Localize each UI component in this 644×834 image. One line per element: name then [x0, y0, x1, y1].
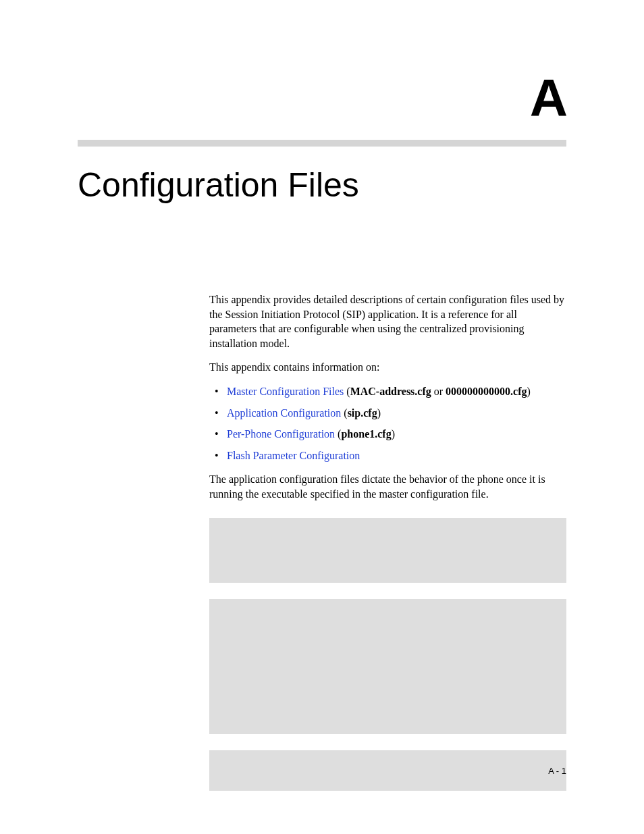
list-item: Application Configuration (sip.cfg) — [209, 406, 566, 421]
appendix-letter: A — [78, 68, 566, 129]
intro-paragraph: This appendix provides detailed descript… — [209, 292, 566, 350]
placeholder-box — [209, 750, 566, 791]
list-item-bold: sip.cfg — [348, 407, 377, 419]
list-item: Per-Phone Configuration (phone1.cfg) — [209, 427, 566, 442]
placeholder-box — [209, 518, 566, 583]
list-item-suffix: ( — [341, 407, 347, 419]
list-item-suffix: ( — [344, 386, 350, 397]
list-item-bold: phone1.cfg — [341, 428, 391, 440]
page-number: A - 1 — [548, 766, 566, 776]
list-item: Flash Parameter Configuration — [209, 448, 566, 463]
list-item-bold: MAC-address.cfg — [350, 386, 431, 397]
link-application-config[interactable]: Application Configuration — [227, 407, 341, 419]
closing-paragraph: The application configuration files dict… — [209, 472, 566, 501]
list-item: Master Configuration Files (MAC-address.… — [209, 384, 566, 399]
page-title: Configuration Files — [78, 165, 566, 205]
list-item-mid: or — [431, 386, 446, 397]
placeholder-box — [209, 599, 566, 734]
body-content: This appendix provides detailed descript… — [209, 292, 566, 791]
link-master-config[interactable]: Master Configuration Files — [227, 386, 344, 397]
link-per-phone-config[interactable]: Per-Phone Configuration — [227, 428, 335, 440]
document-page: A Configuration Files This appendix prov… — [0, 0, 644, 834]
link-flash-parameter-config[interactable]: Flash Parameter Configuration — [227, 450, 360, 461]
list-item-close: ) — [392, 428, 395, 440]
contents-list: Master Configuration Files (MAC-address.… — [209, 384, 566, 463]
lead-in-text: This appendix contains information on: — [209, 360, 566, 375]
list-item-bold: 000000000000.cfg — [446, 386, 527, 397]
divider-bar — [78, 140, 566, 147]
list-item-close: ) — [527, 386, 531, 397]
list-item-close: ) — [377, 407, 381, 419]
